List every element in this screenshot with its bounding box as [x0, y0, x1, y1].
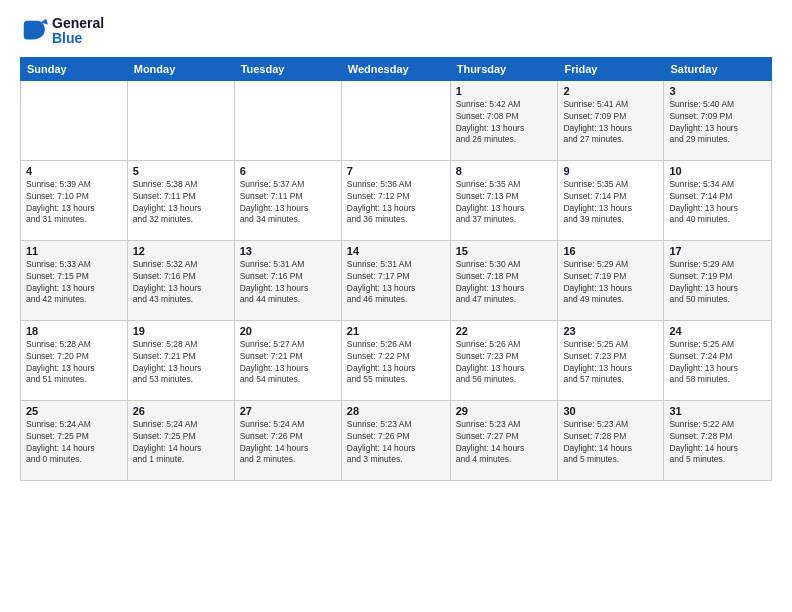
- day-number: 27: [240, 405, 336, 417]
- calendar-cell: 31Sunrise: 5:22 AM Sunset: 7:28 PM Dayli…: [664, 400, 772, 480]
- day-number: 6: [240, 165, 336, 177]
- calendar-cell: 24Sunrise: 5:25 AM Sunset: 7:24 PM Dayli…: [664, 320, 772, 400]
- calendar-cell: 29Sunrise: 5:23 AM Sunset: 7:27 PM Dayli…: [450, 400, 558, 480]
- day-info: Sunrise: 5:29 AM Sunset: 7:19 PM Dayligh…: [563, 259, 658, 307]
- day-number: 19: [133, 325, 229, 337]
- calendar-cell: 21Sunrise: 5:26 AM Sunset: 7:22 PM Dayli…: [341, 320, 450, 400]
- calendar-cell: 4Sunrise: 5:39 AM Sunset: 7:10 PM Daylig…: [21, 160, 128, 240]
- weekday-header-wednesday: Wednesday: [341, 57, 450, 80]
- day-number: 11: [26, 245, 122, 257]
- day-number: 15: [456, 245, 553, 257]
- calendar-cell: 14Sunrise: 5:31 AM Sunset: 7:17 PM Dayli…: [341, 240, 450, 320]
- calendar-cell: 7Sunrise: 5:36 AM Sunset: 7:12 PM Daylig…: [341, 160, 450, 240]
- day-number: 22: [456, 325, 553, 337]
- calendar-cell: 18Sunrise: 5:28 AM Sunset: 7:20 PM Dayli…: [21, 320, 128, 400]
- day-number: 31: [669, 405, 766, 417]
- weekday-header-row: SundayMondayTuesdayWednesdayThursdayFrid…: [21, 57, 772, 80]
- calendar-cell: 10Sunrise: 5:34 AM Sunset: 7:14 PM Dayli…: [664, 160, 772, 240]
- weekday-header-monday: Monday: [127, 57, 234, 80]
- day-info: Sunrise: 5:30 AM Sunset: 7:18 PM Dayligh…: [456, 259, 553, 307]
- logo-text-general: General: [52, 16, 104, 31]
- day-info: Sunrise: 5:23 AM Sunset: 7:27 PM Dayligh…: [456, 419, 553, 467]
- day-info: Sunrise: 5:23 AM Sunset: 7:28 PM Dayligh…: [563, 419, 658, 467]
- day-number: 30: [563, 405, 658, 417]
- calendar-week-row: 4Sunrise: 5:39 AM Sunset: 7:10 PM Daylig…: [21, 160, 772, 240]
- calendar-cell: 28Sunrise: 5:23 AM Sunset: 7:26 PM Dayli…: [341, 400, 450, 480]
- day-number: 17: [669, 245, 766, 257]
- calendar-cell: 5Sunrise: 5:38 AM Sunset: 7:11 PM Daylig…: [127, 160, 234, 240]
- day-info: Sunrise: 5:28 AM Sunset: 7:21 PM Dayligh…: [133, 339, 229, 387]
- day-number: 8: [456, 165, 553, 177]
- day-info: Sunrise: 5:35 AM Sunset: 7:14 PM Dayligh…: [563, 179, 658, 227]
- day-info: Sunrise: 5:31 AM Sunset: 7:17 PM Dayligh…: [347, 259, 445, 307]
- logo-text-blue: Blue: [52, 31, 104, 46]
- calendar-cell: 20Sunrise: 5:27 AM Sunset: 7:21 PM Dayli…: [234, 320, 341, 400]
- day-info: Sunrise: 5:35 AM Sunset: 7:13 PM Dayligh…: [456, 179, 553, 227]
- calendar-cell: 9Sunrise: 5:35 AM Sunset: 7:14 PM Daylig…: [558, 160, 664, 240]
- calendar-cell: 6Sunrise: 5:37 AM Sunset: 7:11 PM Daylig…: [234, 160, 341, 240]
- weekday-header-saturday: Saturday: [664, 57, 772, 80]
- calendar-cell: [21, 80, 128, 160]
- day-info: Sunrise: 5:40 AM Sunset: 7:09 PM Dayligh…: [669, 99, 766, 147]
- day-info: Sunrise: 5:39 AM Sunset: 7:10 PM Dayligh…: [26, 179, 122, 227]
- day-info: Sunrise: 5:24 AM Sunset: 7:26 PM Dayligh…: [240, 419, 336, 467]
- day-number: 1: [456, 85, 553, 97]
- day-number: 18: [26, 325, 122, 337]
- day-number: 28: [347, 405, 445, 417]
- calendar-cell: 12Sunrise: 5:32 AM Sunset: 7:16 PM Dayli…: [127, 240, 234, 320]
- header: General Blue: [20, 16, 772, 47]
- calendar-cell: 1Sunrise: 5:42 AM Sunset: 7:08 PM Daylig…: [450, 80, 558, 160]
- day-number: 4: [26, 165, 122, 177]
- day-number: 5: [133, 165, 229, 177]
- page: General Blue SundayMondayTuesdayWednesda…: [0, 0, 792, 612]
- weekday-header-tuesday: Tuesday: [234, 57, 341, 80]
- calendar-body: 1Sunrise: 5:42 AM Sunset: 7:08 PM Daylig…: [21, 80, 772, 480]
- day-number: 14: [347, 245, 445, 257]
- calendar-week-row: 18Sunrise: 5:28 AM Sunset: 7:20 PM Dayli…: [21, 320, 772, 400]
- day-info: Sunrise: 5:23 AM Sunset: 7:26 PM Dayligh…: [347, 419, 445, 467]
- calendar-cell: 13Sunrise: 5:31 AM Sunset: 7:16 PM Dayli…: [234, 240, 341, 320]
- day-info: Sunrise: 5:29 AM Sunset: 7:19 PM Dayligh…: [669, 259, 766, 307]
- day-number: 3: [669, 85, 766, 97]
- day-info: Sunrise: 5:33 AM Sunset: 7:15 PM Dayligh…: [26, 259, 122, 307]
- day-number: 29: [456, 405, 553, 417]
- calendar-cell: 3Sunrise: 5:40 AM Sunset: 7:09 PM Daylig…: [664, 80, 772, 160]
- day-info: Sunrise: 5:27 AM Sunset: 7:21 PM Dayligh…: [240, 339, 336, 387]
- day-number: 10: [669, 165, 766, 177]
- day-number: 13: [240, 245, 336, 257]
- calendar-cell: 16Sunrise: 5:29 AM Sunset: 7:19 PM Dayli…: [558, 240, 664, 320]
- day-info: Sunrise: 5:38 AM Sunset: 7:11 PM Dayligh…: [133, 179, 229, 227]
- calendar-cell: 30Sunrise: 5:23 AM Sunset: 7:28 PM Dayli…: [558, 400, 664, 480]
- day-number: 2: [563, 85, 658, 97]
- day-number: 21: [347, 325, 445, 337]
- calendar-week-row: 25Sunrise: 5:24 AM Sunset: 7:25 PM Dayli…: [21, 400, 772, 480]
- logo: General Blue: [20, 16, 104, 47]
- day-info: Sunrise: 5:26 AM Sunset: 7:23 PM Dayligh…: [456, 339, 553, 387]
- calendar-cell: 26Sunrise: 5:24 AM Sunset: 7:25 PM Dayli…: [127, 400, 234, 480]
- weekday-header-thursday: Thursday: [450, 57, 558, 80]
- day-info: Sunrise: 5:42 AM Sunset: 7:08 PM Dayligh…: [456, 99, 553, 147]
- calendar-cell: 22Sunrise: 5:26 AM Sunset: 7:23 PM Dayli…: [450, 320, 558, 400]
- day-info: Sunrise: 5:26 AM Sunset: 7:22 PM Dayligh…: [347, 339, 445, 387]
- calendar-cell: 15Sunrise: 5:30 AM Sunset: 7:18 PM Dayli…: [450, 240, 558, 320]
- day-info: Sunrise: 5:31 AM Sunset: 7:16 PM Dayligh…: [240, 259, 336, 307]
- calendar-cell: [234, 80, 341, 160]
- calendar-cell: 19Sunrise: 5:28 AM Sunset: 7:21 PM Dayli…: [127, 320, 234, 400]
- calendar-week-row: 11Sunrise: 5:33 AM Sunset: 7:15 PM Dayli…: [21, 240, 772, 320]
- day-number: 9: [563, 165, 658, 177]
- day-info: Sunrise: 5:34 AM Sunset: 7:14 PM Dayligh…: [669, 179, 766, 227]
- day-number: 16: [563, 245, 658, 257]
- day-number: 26: [133, 405, 229, 417]
- calendar-cell: [127, 80, 234, 160]
- day-info: Sunrise: 5:24 AM Sunset: 7:25 PM Dayligh…: [133, 419, 229, 467]
- calendar-cell: 11Sunrise: 5:33 AM Sunset: 7:15 PM Dayli…: [21, 240, 128, 320]
- day-number: 7: [347, 165, 445, 177]
- day-info: Sunrise: 5:37 AM Sunset: 7:11 PM Dayligh…: [240, 179, 336, 227]
- day-number: 24: [669, 325, 766, 337]
- day-number: 12: [133, 245, 229, 257]
- calendar-week-row: 1Sunrise: 5:42 AM Sunset: 7:08 PM Daylig…: [21, 80, 772, 160]
- calendar-cell: 25Sunrise: 5:24 AM Sunset: 7:25 PM Dayli…: [21, 400, 128, 480]
- day-info: Sunrise: 5:28 AM Sunset: 7:20 PM Dayligh…: [26, 339, 122, 387]
- logo-icon: [20, 17, 48, 45]
- day-info: Sunrise: 5:41 AM Sunset: 7:09 PM Dayligh…: [563, 99, 658, 147]
